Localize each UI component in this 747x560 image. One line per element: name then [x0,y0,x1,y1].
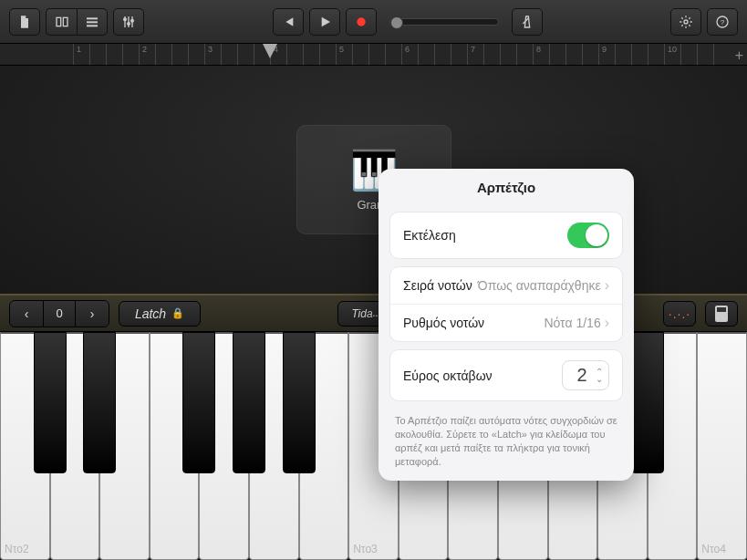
key-label: Ντο4 [701,543,726,555]
document-button[interactable] [9,8,40,36]
svg-rect-13 [717,307,726,312]
octave-up-button[interactable]: › [76,301,109,327]
record-button[interactable] [346,8,377,36]
note-rate-value: Νότα 1/16 [544,316,600,330]
settings-button[interactable] [670,8,701,36]
svg-rect-0 [57,17,61,26]
svg-rect-1 [63,17,67,26]
browser-button[interactable] [46,8,77,36]
timeline-ruler[interactable]: + [0,44,747,66]
help-button[interactable]: ? [707,8,738,36]
top-toolbar: ? [0,0,747,44]
octave-value: 0 [43,301,76,327]
octave-range-value: 2 [574,365,590,386]
latch-label: Latch [135,306,166,321]
octave-range-label: Εύρος οκτάβων [403,368,493,383]
svg-rect-3 [87,21,98,23]
svg-rect-2 [87,17,98,19]
white-key[interactable]: Ντο4 [697,332,747,560]
chevron-right-icon: › [605,315,609,331]
black-key[interactable] [34,332,67,473]
stepper-down-icon[interactable]: ⌄ [596,376,603,383]
octave-range-stepper[interactable]: 2 ⌃⌄ [562,360,609,390]
chevron-right-icon: › [605,277,609,294]
black-key[interactable] [182,332,215,473]
black-key[interactable] [283,332,316,473]
svg-point-6 [128,22,130,25]
popover-title: Αρπέτζιο [379,178,634,204]
black-key[interactable] [83,332,116,473]
arpeggiator-popover: Αρπέτζιο Εκτέλεση Σειρά νοτών Όπως αναπα… [379,169,634,481]
key-label: Ντο2 [5,543,29,555]
metronome-button[interactable] [512,8,543,36]
svg-point-7 [131,19,134,22]
lock-icon: 🔒 [171,307,184,319]
note-rate-label: Ρυθμός νοτών [403,316,484,330]
arpeggiator-button[interactable]: ·.·.· [663,301,696,327]
black-key[interactable] [631,332,664,473]
note-order-label: Σειρά νοτών [403,278,472,293]
popover-footer-text: Το Αρπέτζιο παίζει αυτόματα νότες συγχορ… [379,409,634,470]
play-button[interactable] [309,8,340,36]
arpeggiator-icon: ·.·.· [669,306,690,321]
note-rate-row[interactable]: Ρυθμός νοτών Νότα 1/16› [390,305,622,341]
svg-point-8 [357,17,365,26]
mixer-button[interactable] [113,8,144,36]
black-key[interactable] [233,332,265,473]
svg-point-9 [684,20,688,24]
run-label: Εκτέλεση [403,228,456,243]
note-order-row[interactable]: Σειρά νοτών Όπως αναπαράχθηκε› [390,267,622,305]
position-knob[interactable] [390,16,403,29]
instrument-stage: 🎹 Grand [0,66,747,294]
svg-rect-4 [87,25,98,26]
octave-selector: ‹ 0 › [9,300,109,327]
song-position-bar[interactable] [389,18,499,26]
octave-down-button[interactable]: ‹ [10,301,43,327]
add-track-button[interactable]: + [735,47,743,64]
key-label: Ντο3 [353,543,378,555]
svg-text:?: ? [721,17,725,26]
note-order-value: Όπως αναπαράχθηκε [478,278,601,293]
rewind-button[interactable] [273,8,304,36]
svg-point-5 [124,18,127,21]
run-toggle[interactable] [567,223,609,248]
keyboard-layout-button[interactable] [705,301,738,327]
latch-button[interactable]: Latch 🔒 [119,301,201,327]
piano-keyboard: Ντο2Ντο3Ντο4 [0,332,747,560]
tracks-button[interactable] [77,8,108,36]
